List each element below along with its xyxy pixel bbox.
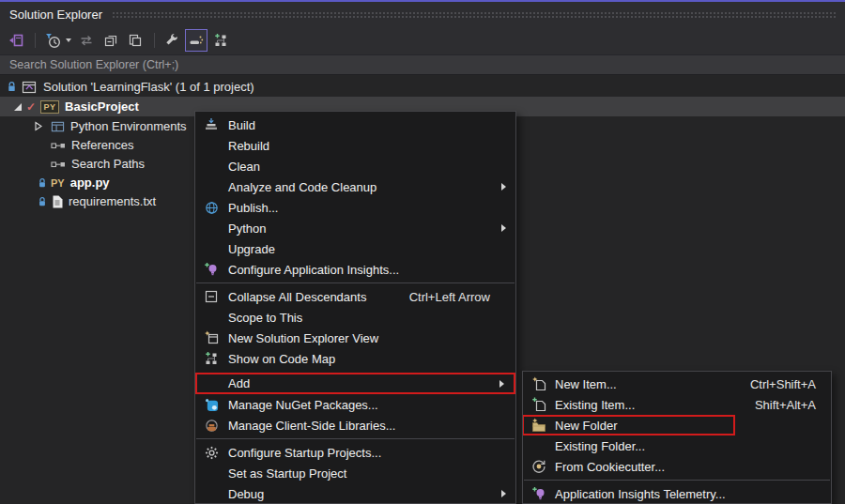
show-all-files-icon bbox=[128, 33, 143, 48]
solution-icon bbox=[22, 80, 38, 95]
menu-item-scope-to-this[interactable]: Scope to This bbox=[195, 307, 515, 328]
new-item-icon bbox=[531, 376, 546, 391]
menu-item-label: Add bbox=[228, 376, 250, 390]
solution-explorer-panel: Solution Explorer bbox=[0, 0, 845, 504]
properties-wrench-icon bbox=[164, 33, 179, 48]
menu-item-label: Build bbox=[228, 118, 255, 132]
menu-item-label: Publish... bbox=[228, 201, 278, 215]
drag-grip[interactable] bbox=[112, 10, 837, 19]
search-input[interactable]: Search Solution Explorer (Ctrl+;) bbox=[0, 54, 845, 75]
collapse-all-descendants-icon bbox=[204, 289, 219, 304]
lock-icon bbox=[7, 81, 17, 93]
show-all-files-button[interactable] bbox=[124, 29, 146, 52]
lock-icon bbox=[38, 177, 47, 189]
menu-item-shortcut: Shift+Alt+A bbox=[755, 398, 816, 412]
build-icon bbox=[204, 117, 219, 132]
menu-item-label: From Cookiecutter... bbox=[555, 460, 665, 474]
add-to-code-map-button[interactable] bbox=[209, 29, 232, 52]
menu-item-configure-application-insights[interactable]: Configure Application Insights... bbox=[195, 259, 515, 280]
menu-item-rebuild[interactable]: Rebuild bbox=[195, 135, 515, 156]
preview-selected-items-icon bbox=[189, 33, 204, 48]
application-insights-icon bbox=[531, 486, 546, 501]
tree-row-solution[interactable]: Solution 'LearningFlask' (1 of 1 project… bbox=[0, 77, 845, 97]
menu-item-label: Set as Startup Project bbox=[228, 466, 346, 481]
menu-item-label: New Item... bbox=[555, 377, 617, 391]
menu-item-publish[interactable]: Publish... bbox=[195, 197, 515, 218]
menu-separator bbox=[196, 283, 515, 283]
add-submenu: New Item... Ctrl+Shift+A Existing Item..… bbox=[522, 371, 832, 504]
cookiecutter-icon bbox=[531, 459, 546, 474]
new-folder-icon bbox=[531, 418, 546, 433]
menu-item-new-folder[interactable]: New Folder bbox=[523, 415, 831, 435]
menu-item-existing-folder[interactable]: Existing Folder... bbox=[523, 435, 831, 456]
menu-item-label: Python bbox=[228, 221, 266, 236]
menu-separator bbox=[196, 438, 515, 439]
menu-item-set-as-startup-project[interactable]: Set as Startup Project bbox=[195, 463, 515, 483]
menu-item-label: Existing Item... bbox=[555, 398, 635, 412]
expander-expanded-icon[interactable] bbox=[12, 101, 23, 112]
python-project-badge: PY bbox=[40, 100, 59, 114]
menu-item-label: Configure Application Insights... bbox=[228, 263, 399, 277]
menu-item-label: Manage NuGet Packages... bbox=[228, 398, 378, 412]
menu-item-add[interactable]: Add bbox=[195, 373, 515, 394]
menu-item-collapse-all-descendants[interactable]: Collapse All Descendants Ctrl+Left Arrow bbox=[195, 286, 515, 307]
properties-button[interactable] bbox=[161, 29, 183, 52]
collapse-all-icon bbox=[103, 33, 118, 48]
menu-item-manage-client-side-libraries[interactable]: Manage Client-Side Libraries... bbox=[195, 415, 515, 435]
menu-item-configure-startup-projects[interactable]: Configure Startup Projects... bbox=[195, 442, 515, 463]
menu-item-build[interactable]: Build bbox=[195, 115, 515, 135]
menu-item-from-cookiecutter[interactable]: From Cookiecutter... bbox=[523, 456, 831, 477]
menu-item-label: Existing Folder... bbox=[555, 439, 645, 453]
collapse-all-button[interactable] bbox=[100, 29, 122, 52]
nuget-icon bbox=[204, 397, 219, 412]
menu-item-new-item[interactable]: New Item... Ctrl+Shift+A bbox=[523, 374, 831, 394]
menu-item-label: Show on Code Map bbox=[228, 352, 335, 366]
add-to-code-map-icon bbox=[213, 33, 228, 48]
menu-item-label: Upgrade bbox=[228, 242, 275, 256]
menu-item-upgrade[interactable]: Upgrade bbox=[195, 238, 515, 259]
sync-with-active-document-button[interactable] bbox=[75, 29, 98, 52]
filter-pending-changes-button[interactable] bbox=[41, 29, 64, 52]
tree-item-label: app.py bbox=[70, 176, 110, 190]
menu-item-analyze-and-code-cleanup[interactable]: Analyze and Code Cleanup bbox=[195, 176, 515, 197]
menu-item-debug[interactable]: Debug bbox=[195, 483, 515, 504]
menu-item-new-solution-explorer-view[interactable]: New Solution Explorer View bbox=[195, 328, 515, 348]
sync-with-active-document-icon bbox=[79, 33, 94, 48]
menu-item-application-insights-telemetry[interactable]: Application Insights Telemetry... bbox=[523, 483, 831, 504]
new-solution-explorer-view-icon bbox=[204, 330, 219, 345]
menu-item-label: Debug bbox=[228, 487, 264, 501]
menu-item-label: Scope to This bbox=[228, 311, 302, 325]
menu-separator bbox=[524, 480, 830, 481]
menu-item-manage-nuget-packages[interactable]: Manage NuGet Packages... bbox=[195, 394, 515, 415]
submenu-arrow-icon bbox=[499, 380, 504, 388]
submenu-arrow-icon bbox=[501, 490, 506, 497]
menu-item-show-on-code-map[interactable]: Show on Code Map bbox=[195, 348, 515, 369]
menu-item-label: Clean bbox=[228, 160, 260, 174]
gear-icon bbox=[204, 445, 219, 460]
solution-label: Solution 'LearningFlask' (1 of 1 project… bbox=[43, 80, 254, 94]
menu-item-python[interactable]: Python bbox=[195, 218, 515, 238]
source-control-check-icon: ✓ bbox=[26, 100, 36, 114]
search-paths-icon bbox=[51, 159, 66, 170]
toolbar-separator bbox=[35, 33, 36, 48]
menu-item-existing-item[interactable]: Existing Item... Shift+Alt+A bbox=[523, 394, 831, 415]
project-label: BasicProject bbox=[65, 99, 139, 114]
toolbar bbox=[0, 26, 845, 54]
python-environments-icon bbox=[51, 120, 65, 133]
panel-titlebar: Solution Explorer bbox=[0, 2, 845, 26]
text-file-icon bbox=[52, 195, 63, 208]
menu-item-label: Collapse All Descendants bbox=[228, 290, 366, 304]
menu-item-label: Rebuild bbox=[228, 139, 269, 153]
references-icon bbox=[51, 140, 66, 151]
menu-item-label: Application Insights Telemetry... bbox=[555, 487, 726, 501]
menu-item-label: New Solution Explorer View bbox=[228, 331, 378, 345]
filter-dropdown-caret[interactable] bbox=[66, 38, 71, 42]
switch-views-button[interactable] bbox=[5, 29, 27, 52]
preview-selected-items-button[interactable] bbox=[185, 29, 207, 52]
expander-collapsed-icon[interactable] bbox=[33, 121, 43, 131]
menu-item-label: New Folder bbox=[555, 419, 617, 433]
client-side-libraries-icon bbox=[204, 418, 219, 433]
tree-item-label: Search Paths bbox=[71, 157, 145, 171]
menu-item-clean[interactable]: Clean bbox=[195, 156, 515, 176]
submenu-arrow-icon bbox=[501, 183, 506, 191]
